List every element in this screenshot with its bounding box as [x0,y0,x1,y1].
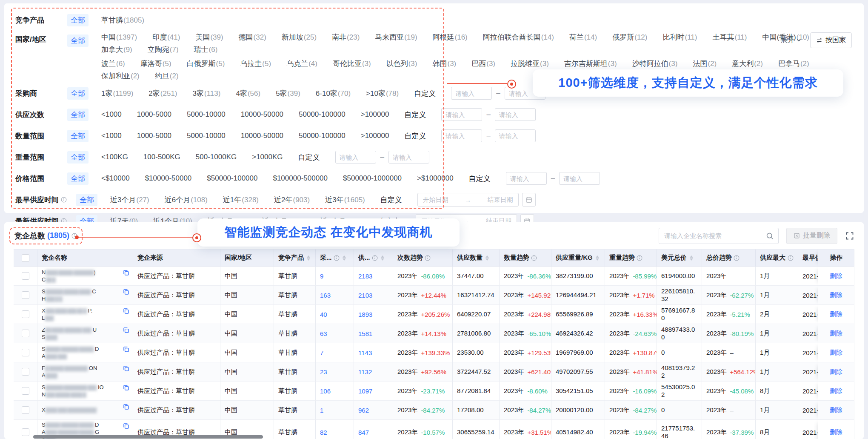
filter-item[interactable]: 近3个月(27) [110,195,149,205]
delete-link[interactable]: 删除 [830,406,842,414]
filter-item[interactable]: 中国(1397) [101,32,137,42]
filter-item[interactable]: 俄罗斯(12) [612,32,647,42]
times-count-link[interactable]: 1143 [358,349,372,356]
buyers-count-link[interactable]: 7 [320,349,323,356]
filter-all-chip[interactable]: 全部 [67,172,89,185]
times-count-link[interactable]: 962 [358,407,369,414]
filter-item[interactable]: 2家(251) [148,89,177,98]
copy-icon[interactable] [123,289,129,295]
filter-item[interactable]: 白俄罗斯(5) [187,59,225,69]
row-checkbox[interactable] [22,387,29,395]
copy-icon[interactable] [123,270,129,276]
filter-item[interactable]: 近2年(903) [274,195,310,205]
copy-icon[interactable] [123,384,129,391]
buyers-count-link[interactable]: 9 [320,273,323,280]
info-icon[interactable] [734,255,740,261]
times-count-link[interactable]: 2183 [358,273,372,280]
filter-item[interactable]: 哥伦比亚(3) [333,59,371,69]
delete-link[interactable]: 删除 [830,330,842,338]
filter-item[interactable]: 意大利(2) [732,59,763,69]
range-max-input[interactable] [559,172,600,185]
sort-icon[interactable] [381,255,384,261]
filter-item[interactable]: 3家(113) [193,89,221,98]
filter-item[interactable]: $10000-50000 [145,174,192,183]
search-icon[interactable] [766,232,774,240]
filter-item[interactable]: 韩国(3) [432,59,456,69]
filter-item[interactable]: 5000-10000 [187,110,226,119]
filter-item[interactable]: 100-500KG [143,153,180,161]
filter-item[interactable]: 5家(39) [276,89,300,98]
filter-item[interactable]: 土耳其(11) [712,32,747,42]
filter-item[interactable]: 荷兰(14) [569,32,597,42]
filter-item[interactable]: 马来西亚(19) [375,32,417,42]
filter-item[interactable]: 美国(39) [195,32,223,42]
delete-link[interactable]: 删除 [830,368,842,376]
filter-item[interactable]: 乌克兰(4) [286,59,317,69]
row-checkbox[interactable] [22,291,29,299]
filter-all-chip[interactable]: 全部 [76,194,97,206]
select-all-checkbox[interactable] [22,254,29,262]
buyers-count-link[interactable]: 106 [320,387,331,395]
filter-item[interactable]: 波兰(6) [101,59,125,69]
filter-item[interactable]: 500-1000KG [196,153,237,161]
times-count-link[interactable]: 847 [358,429,369,436]
filter-item[interactable]: 拉脱维亚(3) [511,59,549,69]
range-min-input[interactable] [506,172,547,185]
filter-item[interactable]: 近1年(328) [223,195,259,205]
times-count-link[interactable]: 1581 [358,330,372,337]
row-checkbox[interactable] [22,330,29,337]
copy-icon[interactable] [123,423,129,429]
sort-icon[interactable] [485,255,489,261]
sort-icon[interactable] [343,255,346,261]
filter-item[interactable]: 德国(32) [239,32,266,42]
info-icon[interactable] [334,255,340,261]
scrollbar-thumb[interactable] [33,435,263,439]
expand-toggle[interactable]: 展开 [781,36,802,45]
batch-delete-button[interactable]: 批量删除 [786,228,837,244]
info-icon[interactable] [372,255,378,261]
copy-icon[interactable] [123,365,129,372]
copy-icon[interactable] [123,404,129,410]
date-range-input[interactable]: 开始日期→结束日期 [417,193,519,207]
filter-item[interactable]: 近6个月(108) [165,195,208,205]
filter-item[interactable]: >100000 [361,110,389,119]
filter-all-chip[interactable]: 全部 [67,151,89,164]
row-checkbox[interactable] [22,272,29,280]
filter-item[interactable]: 10000-50000 [241,132,283,140]
copy-icon[interactable] [123,327,129,333]
filter-item[interactable]: $100000-500000 [273,174,328,183]
filter-item[interactable]: 巴拿马(2) [778,59,809,69]
company-search-input[interactable] [659,232,778,239]
filter-item[interactable]: 瑞士(6) [194,45,218,55]
delete-link[interactable]: 删除 [830,272,842,280]
filter-item[interactable]: 阿拉伯联合酋长国(14) [483,32,554,42]
filter-item[interactable]: 1家(1199) [101,89,133,98]
filter-item[interactable]: 法国(2) [693,59,717,69]
row-checkbox[interactable] [22,368,29,376]
delete-link[interactable]: 删除 [830,387,842,395]
filter-item[interactable]: >10家(78) [366,89,399,98]
sort-icon[interactable] [690,255,693,261]
info-icon[interactable] [425,255,431,261]
filter-item[interactable]: 吉尔吉斯斯坦(3) [564,59,617,69]
info-icon[interactable] [531,255,537,261]
filter-item[interactable]: >1000KG [252,153,283,161]
filter-all-chip[interactable]: 全部 [67,14,89,26]
filter-all-chip[interactable]: 全部 [67,87,89,100]
buyers-count-link[interactable]: 63 [320,330,327,337]
filter-item[interactable]: 新加坡(25) [282,32,317,42]
filter-item[interactable]: 1000-5000 [137,110,171,119]
buyers-count-link[interactable]: 40 [320,311,327,318]
by-country-button[interactable]: 按国家 [810,32,852,48]
delete-link[interactable]: 删除 [830,349,842,357]
filter-item[interactable]: <1000 [101,132,122,140]
buyers-count-link[interactable]: 23 [320,368,327,376]
filter-item[interactable]: $50000-100000 [207,174,257,183]
range-min-input[interactable] [451,87,492,100]
times-count-link[interactable]: 1097 [358,387,372,395]
filter-item[interactable]: 加拿大(9) [101,45,132,55]
range-max-input[interactable] [388,151,429,164]
filter-item[interactable]: 50000-100000 [299,110,345,119]
delete-link[interactable]: 删除 [830,310,842,318]
filter-item[interactable]: 约旦(2) [155,71,179,81]
